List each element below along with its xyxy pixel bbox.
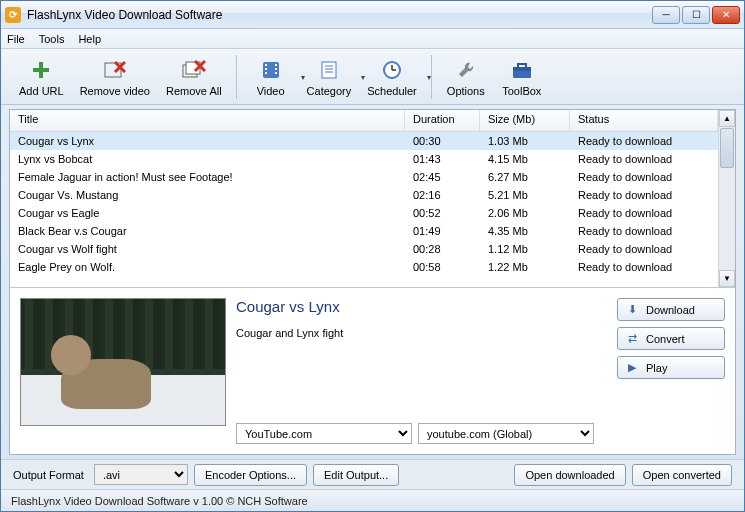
scrollbar[interactable]: ▲ ▼ [718,110,735,287]
film-icon [261,57,281,83]
scheduler-button[interactable]: Scheduler [359,55,425,99]
site-select[interactable]: youtube.com (Global) [418,423,594,444]
list-icon [319,57,339,83]
menu-help[interactable]: Help [78,33,101,45]
close-button[interactable]: ✕ [712,6,740,24]
encoder-options-button[interactable]: Encoder Options... [194,464,307,486]
table-row[interactable]: Cougar vs Eagle00:522.06 MbReady to down… [10,204,718,222]
films-x-icon [182,57,206,83]
source-select[interactable]: YouTube.com [236,423,412,444]
toolbar: Add URL Remove video Remove All Video Ca… [1,49,744,105]
convert-button[interactable]: ⇄Convert [617,327,725,350]
svg-rect-12 [322,62,336,78]
scroll-thumb[interactable] [720,128,734,168]
separator [236,55,237,99]
col-status[interactable]: Status [570,110,718,131]
table-row[interactable]: Eagle Prey on Wolf.00:581.22 MbReady to … [10,258,718,276]
add-url-button[interactable]: Add URL [11,55,72,99]
svg-rect-1 [33,68,49,72]
titlebar: ⟳ FlashLynx Video Download Software ─ ☐ … [1,1,744,29]
menu-tools[interactable]: Tools [39,33,65,45]
detail-description: Cougar and Lynx fight [236,327,607,423]
menu-file[interactable]: File [7,33,25,45]
svg-rect-20 [513,67,531,71]
svg-rect-9 [275,64,277,66]
menubar: File Tools Help [1,29,744,49]
video-list: Title Duration Size (Mb) Status Cougar v… [10,110,718,287]
play-button[interactable]: ▶Play [617,356,725,379]
plus-icon [31,57,51,83]
table-row[interactable]: Cougar Vs. Mustang02:165.21 MbReady to d… [10,186,718,204]
edit-output-button[interactable]: Edit Output... [313,464,399,486]
col-size[interactable]: Size (Mb) [480,110,570,131]
minimize-button[interactable]: ─ [652,6,680,24]
table-row[interactable]: Lynx vs Bobcat01:434.15 MbReady to downl… [10,150,718,168]
app-icon: ⟳ [5,7,21,23]
convert-icon: ⇄ [626,332,638,345]
scroll-down-icon[interactable]: ▼ [719,270,735,287]
category-button[interactable]: Category [299,55,360,99]
film-x-icon [104,57,126,83]
window-title: FlashLynx Video Download Software [27,8,652,22]
output-format-label: Output Format [13,469,84,481]
col-duration[interactable]: Duration [405,110,480,131]
table-row[interactable]: Black Bear v.s Cougar01:494.35 MbReady t… [10,222,718,240]
svg-rect-6 [265,64,267,66]
toolbox-button[interactable]: ToolBox [494,55,550,99]
toolbox-icon [511,57,533,83]
col-title[interactable]: Title [10,110,405,131]
detail-title: Cougar vs Lynx [236,298,607,315]
download-icon: ⬇ [626,303,638,316]
table-row[interactable]: Cougar vs Wolf fight00:281.12 MbReady to… [10,240,718,258]
table-row[interactable]: Cougar vs Lynx00:301.03 MbReady to downl… [10,132,718,150]
download-button[interactable]: ⬇Download [617,298,725,321]
video-button[interactable]: Video [243,55,299,99]
options-button[interactable]: Options [438,55,494,99]
statusbar: FlashLynx Video Download Software v 1.00… [1,489,744,511]
play-icon: ▶ [626,361,638,374]
scroll-up-icon[interactable]: ▲ [719,110,735,127]
separator [431,55,432,99]
remove-video-button[interactable]: Remove video [72,55,158,99]
svg-rect-7 [265,68,267,70]
svg-rect-8 [265,72,267,74]
open-converted-button[interactable]: Open converted [632,464,732,486]
bottom-bar: Output Format .avi Encoder Options... Ed… [1,459,744,489]
table-row[interactable]: Female Jaguar in action! Must see Footag… [10,168,718,186]
output-format-select[interactable]: .avi [94,464,188,485]
wrench-icon [456,57,476,83]
clock-icon [382,57,402,83]
open-downloaded-button[interactable]: Open downloaded [514,464,625,486]
maximize-button[interactable]: ☐ [682,6,710,24]
video-thumbnail [20,298,226,426]
svg-rect-11 [275,72,277,74]
svg-rect-10 [275,68,277,70]
remove-all-button[interactable]: Remove All [158,55,230,99]
